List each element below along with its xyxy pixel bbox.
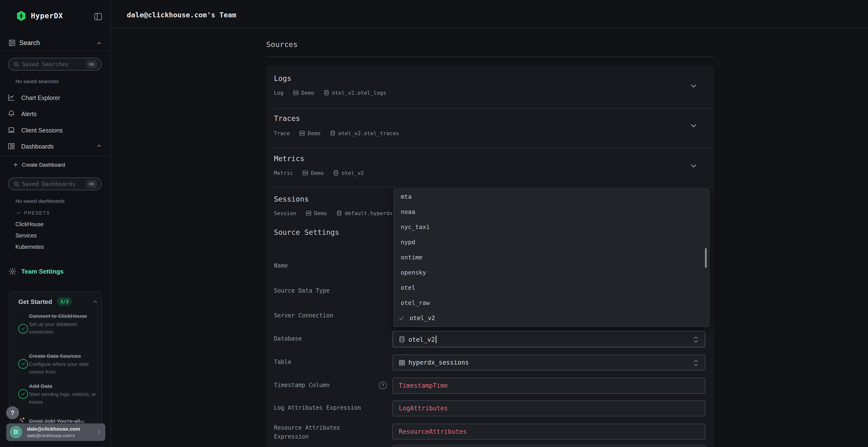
source-type: Session [274, 210, 296, 216]
text-caret [436, 336, 436, 343]
field-label-timestamp-column: Timestamp Column [274, 382, 330, 388]
help-tooltip-icon[interactable]: ? [379, 381, 387, 389]
sidebar-item-chart-explorer[interactable]: Chart Explorer [0, 94, 111, 102]
chevron-down-icon[interactable] [689, 121, 698, 130]
database-dropdown: mta noaa nyc_taxi nypd ontime opensky ot… [394, 188, 709, 327]
divider [0, 156, 111, 156]
source-section-title: Sessions [274, 195, 309, 203]
user-menu[interactable]: D dale@clickhouse.com dale@clickhouse.co… [6, 423, 105, 441]
help-button[interactable]: ? [6, 406, 19, 419]
dropdown-option-selected[interactable]: otel_v2 [394, 310, 709, 325]
dropdown-scrollbar[interactable] [705, 248, 707, 268]
divider [273, 108, 712, 109]
search-icon [13, 61, 20, 67]
preset-item-services[interactable]: Services [16, 232, 37, 239]
get-started-step[interactable]: Add Data Start sending logs, metrics, or… [29, 382, 98, 406]
sources-heading: Sources [266, 40, 298, 49]
field-label-log-attributes: Log Attributes Expression [274, 404, 361, 411]
source-section-title: Metrics [274, 154, 304, 163]
table-chip: otel_v2 [333, 170, 364, 176]
connection-chip: Demo [306, 210, 327, 216]
chart-icon [7, 94, 16, 102]
search-section-icon [8, 39, 16, 47]
sidebar-item-dashboards[interactable]: Dashboards [0, 143, 111, 150]
table-select[interactable]: hyperdx_sessions [393, 354, 705, 370]
presets-header[interactable]: PRESETS [24, 210, 50, 216]
select-chevrons-icon[interactable] [692, 336, 700, 344]
progress-badge: 3/3 [57, 297, 72, 306]
sidebar-section-search[interactable]: Search [19, 39, 40, 47]
log-attributes-input[interactable]: LogAttributes [393, 400, 705, 416]
resource-attributes-value: ResourceAttributes [399, 428, 467, 435]
next-field-input[interactable] [393, 445, 705, 447]
source-settings-heading: Source Settings [274, 228, 339, 237]
table-chip: otel_v2.otel_logs [323, 90, 386, 96]
no-saved-dashboards-text: No saved dashboards [16, 198, 65, 204]
sidebar-item-alerts[interactable]: Alerts [0, 110, 111, 118]
saved-dashboards-input[interactable]: Saved Dashboards ⌘K [8, 177, 102, 190]
dropdown-option[interactable]: otel_raw [394, 295, 709, 310]
dropdown-option[interactable]: opensky [394, 265, 709, 280]
get-started-title: Get Started [18, 298, 52, 306]
chevron-down-icon[interactable] [16, 210, 21, 215]
dashboard-grid-icon [7, 142, 16, 150]
page-title: dale@clickhouse.com's Team [127, 11, 236, 19]
sidebar-collapse-icon[interactable] [94, 12, 103, 21]
dropdown-option[interactable]: otel [394, 280, 709, 295]
user-email: dale@clickhouse.com [27, 426, 80, 432]
field-label-name: Name [274, 262, 288, 269]
app-window: HyperDX Search Saved Searches ⌘K No save… [0, 0, 868, 447]
chevron-up-icon[interactable] [96, 40, 102, 46]
resource-attributes-input[interactable]: ResourceAttributes [393, 424, 705, 440]
gear-icon [8, 267, 17, 276]
no-saved-searches-text: No saved searches [16, 78, 59, 84]
dropdown-option[interactable]: nyc_taxi [394, 219, 709, 235]
source-meta-row: Log Demo otel_v2.otel_logs [274, 90, 386, 96]
divider [273, 148, 712, 148]
field-label-resource-attributes: Resource Attributes Expression [274, 423, 378, 441]
dropdown-option[interactable]: noaa [394, 204, 709, 219]
app-title[interactable]: HyperDX [31, 11, 63, 20]
connection-chip: Demo [293, 90, 314, 96]
saved-searches-input[interactable]: Saved Searches ⌘K [8, 58, 102, 71]
table-icon [398, 359, 406, 366]
chevron-right-icon [96, 429, 102, 435]
get-started-step[interactable]: Create Data Sources Configure where your… [29, 352, 98, 376]
check-circle-icon [18, 359, 28, 369]
source-type: Log [274, 90, 283, 96]
check-circle-icon [18, 324, 28, 334]
search-icon [13, 181, 20, 187]
chevron-up-icon[interactable] [96, 143, 102, 149]
create-dashboard-button[interactable]: Create Dashboard [22, 162, 65, 168]
divider [273, 187, 712, 187]
shortcut-badge: ⌘K [86, 60, 97, 68]
shortcut-badge: ⌘K [86, 180, 97, 188]
chevron-down-icon[interactable] [689, 81, 698, 91]
chevron-down-icon[interactable] [689, 161, 698, 171]
database-select[interactable]: otel_v2 [393, 331, 705, 347]
bell-icon [7, 110, 16, 118]
source-section-title: Traces [274, 114, 300, 123]
saved-searches-placeholder: Saved Searches [22, 61, 69, 67]
timestamp-column-input[interactable]: TimestampTime [393, 378, 705, 394]
chevron-up-icon[interactable] [92, 299, 98, 305]
dropdown-option[interactable]: nypd [394, 235, 709, 250]
preset-item-clickhouse[interactable]: ClickHouse [16, 221, 43, 228]
saved-dashboards-placeholder: Saved Dashboards [22, 181, 75, 187]
dropdown-option[interactable]: ontime [394, 250, 709, 265]
check-icon [398, 315, 405, 321]
source-meta-row: Trace Demo otel_v2.otel_traces [274, 130, 399, 136]
avatar: D [10, 426, 22, 438]
preset-item-kubernetes[interactable]: Kubernetes [16, 244, 44, 250]
get-started-step[interactable]: Connect to ClickHouse Set up your databa… [29, 312, 98, 336]
team-settings-link[interactable]: Team Settings [21, 268, 64, 275]
select-chevrons-icon[interactable] [692, 359, 700, 367]
source-section-title: Logs [274, 74, 291, 82]
dropdown-option[interactable]: mta [394, 189, 709, 204]
log-attributes-value: LogAttributes [399, 405, 448, 412]
database-icon [398, 336, 406, 343]
source-type: Trace [274, 130, 290, 136]
hyperdx-logo-icon[interactable] [16, 10, 27, 22]
sidebar-item-client-sessions[interactable]: Client Sessions [0, 127, 111, 134]
field-label-table: Table [274, 358, 291, 365]
